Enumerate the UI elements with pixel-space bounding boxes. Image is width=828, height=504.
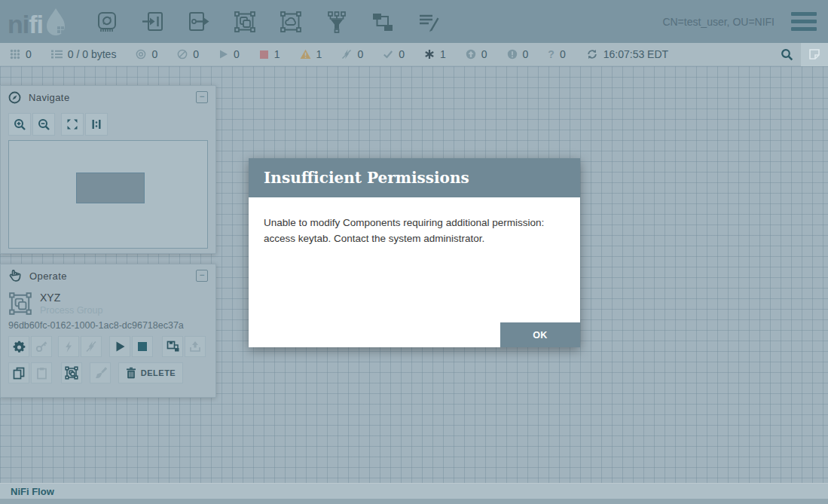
remote-process-group-icon[interactable] (280, 11, 302, 33)
global-menu-icon[interactable] (791, 12, 817, 31)
stat-sync-failure: ? 0 (548, 48, 565, 60)
copy-button[interactable] (8, 362, 29, 383)
dialog-message: Unable to modify Components requiring ad… (249, 197, 580, 247)
processor-icon[interactable] (96, 11, 118, 33)
stat-queued: 0 / 0 bytes (51, 48, 117, 60)
queued-icon (51, 49, 63, 60)
output-port-icon[interactable] (188, 11, 210, 33)
nifi-logo-text-ni: ni (8, 11, 29, 37)
stat-invalid: 1 (300, 48, 322, 60)
not-transmitting-icon (177, 49, 188, 60)
disabled-icon (341, 49, 352, 60)
flow-status-bar: 0 0 / 0 bytes 0 0 0 (0, 43, 828, 66)
gear-icon (13, 341, 26, 353)
breadcrumb-root[interactable]: NiFi Flow (11, 486, 54, 497)
bolt-icon (63, 341, 74, 353)
refresh-block: 16:07:53 EDT (586, 48, 668, 60)
enable-button[interactable] (58, 336, 79, 357)
group-button[interactable] (61, 362, 82, 383)
selected-component-id: 96db60fc-0162-1000-1ac8-dc96718ec37a (1, 316, 215, 331)
birdseye-minimap[interactable] (8, 140, 208, 249)
trash-icon (126, 367, 136, 379)
nifi-drop-icon (43, 7, 69, 37)
stat-locally-modified-and-stale: 0 (507, 48, 529, 60)
running-icon (218, 49, 228, 60)
access-policies-button[interactable] (31, 336, 52, 357)
stat-stale: 0 (466, 48, 487, 60)
stop-icon (137, 341, 148, 352)
active-threads-icon (10, 49, 20, 60)
nifi-logo: ni fi (8, 7, 69, 37)
delete-button[interactable]: DELETE (118, 362, 183, 383)
operate-panel: Operate − XYZ Process Group 96db60fc-016… (0, 264, 216, 398)
ok-button[interactable]: OK (500, 322, 580, 347)
upload-template-button[interactable] (185, 336, 206, 357)
stat-active-threads: 0 (10, 48, 32, 60)
component-toolbar (96, 11, 440, 33)
zoom-actual-size-button[interactable] (85, 113, 108, 136)
copy-icon (13, 367, 25, 380)
hand-icon (8, 269, 22, 283)
selected-component-type: Process Group (40, 305, 102, 316)
insufficient-permissions-dialog: Insufficient Permissions Unable to modif… (249, 158, 580, 347)
breadcrumb: NiFi Flow (0, 483, 828, 499)
dialog-title: Insufficient Permissions (264, 169, 469, 187)
bolt-slash-icon (85, 341, 97, 353)
stale-icon (466, 49, 476, 60)
fill-color-button[interactable] (90, 362, 111, 383)
refresh-icon[interactable] (586, 48, 598, 60)
zoom-out-button[interactable] (32, 113, 55, 136)
paintbrush-icon (94, 367, 107, 380)
funnel-icon[interactable] (325, 11, 348, 33)
locally-modified-icon (424, 49, 435, 60)
play-icon (115, 341, 126, 353)
stat-stopped: 1 (259, 48, 280, 60)
new-component-button[interactable] (801, 43, 828, 66)
last-refresh-time: 16:07:53 EDT (603, 48, 668, 60)
navigate-collapse-button[interactable]: − (196, 91, 208, 103)
navigate-panel-header[interactable]: Navigate − (1, 86, 215, 108)
transmitting-icon (136, 49, 146, 60)
stat-running: 0 (218, 48, 240, 60)
delete-button-label: DELETE (141, 368, 176, 377)
minimap-viewport-rect[interactable] (76, 173, 145, 203)
navigate-panel-title: Navigate (29, 92, 70, 103)
stat-disabled: 0 (341, 48, 363, 60)
sync-failure-icon: ? (548, 48, 555, 60)
create-template-button[interactable] (162, 336, 183, 357)
upload-template-icon (189, 341, 201, 353)
stat-up-to-date: 0 (383, 48, 405, 60)
group-components-icon (65, 366, 78, 380)
template-icon[interactable] (371, 11, 394, 33)
create-template-icon (167, 341, 179, 353)
stopped-icon (259, 50, 269, 60)
operate-panel-header[interactable]: Operate − (1, 264, 215, 287)
zoom-fit-button[interactable] (61, 113, 84, 136)
key-icon (35, 341, 47, 353)
disable-button[interactable] (81, 336, 102, 357)
stat-not-transmitting: 0 (177, 48, 199, 60)
bottom-strip (0, 499, 828, 504)
zoom-in-button[interactable] (8, 113, 31, 136)
dialog-header: Insufficient Permissions (249, 158, 580, 197)
stop-button[interactable] (132, 336, 153, 357)
selected-component-name: XYZ (40, 292, 102, 304)
input-port-icon[interactable] (142, 11, 164, 33)
stat-locally-modified: 1 (424, 48, 446, 60)
paste-icon (36, 367, 47, 380)
operate-panel-title: Operate (29, 270, 67, 282)
search-icon[interactable] (781, 48, 793, 61)
up-to-date-icon (383, 49, 393, 60)
paste-button[interactable] (31, 362, 52, 383)
label-icon[interactable] (417, 11, 440, 33)
current-user[interactable]: CN=test_user, OU=NIFI (662, 16, 775, 28)
nifi-logo-text-fi: fi (29, 11, 43, 37)
start-button[interactable] (109, 336, 130, 357)
app-header: ni fi (0, 0, 828, 43)
selected-process-group-icon (8, 292, 32, 316)
compass-icon (8, 91, 21, 104)
operate-collapse-button[interactable]: − (196, 270, 208, 282)
configuration-button[interactable] (8, 336, 29, 357)
navigate-panel: Navigate − (0, 85, 216, 254)
process-group-icon[interactable] (234, 11, 256, 33)
